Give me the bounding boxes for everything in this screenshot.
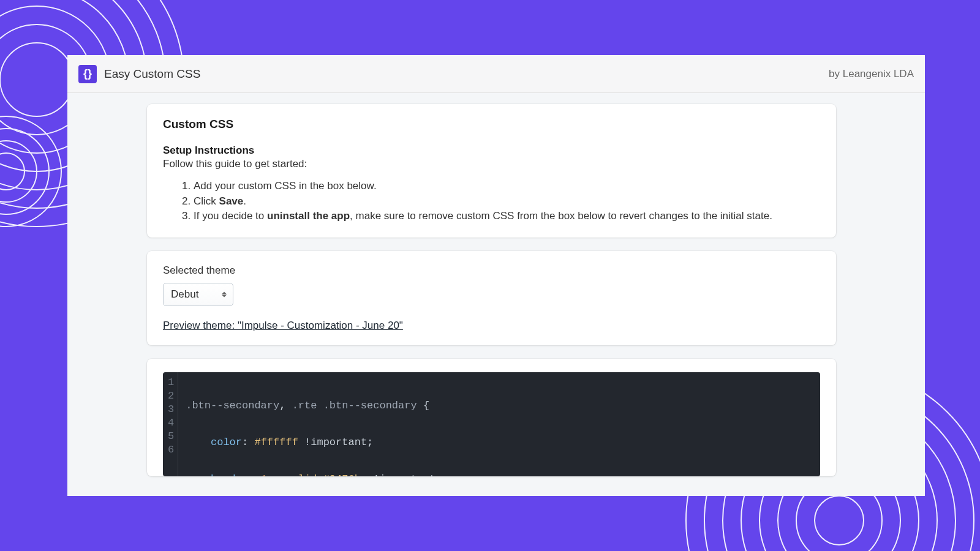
select-caret-icon <box>222 291 227 297</box>
svg-point-0 <box>0 153 24 190</box>
editor-gutter: 1 2 3 4 5 6 <box>163 372 178 476</box>
content-area: Custom CSS Setup Instructions Follow thi… <box>67 93 925 476</box>
theme-select-label: Selected theme <box>163 264 820 277</box>
vendor-label: by Leangenix LDA <box>829 68 914 80</box>
svg-point-3 <box>0 116 61 227</box>
editor-code: .btn--secondary, .rte .btn--secondary { … <box>178 372 449 476</box>
setup-intro: Follow this guide to get started: <box>163 158 820 170</box>
card-title: Custom CSS <box>163 118 820 131</box>
app-logo-icon: {} <box>78 65 97 83</box>
setup-steps: Add your custom CSS in the box below. Cl… <box>163 179 820 224</box>
step-1: Add your custom CSS in the box below. <box>194 179 820 194</box>
app-title: Easy Custom CSS <box>104 67 200 81</box>
svg-point-1 <box>0 141 37 202</box>
theme-select[interactable]: Debut <box>163 283 233 306</box>
preview-theme-link[interactable]: Preview theme: "Impulse - Customization … <box>163 320 403 332</box>
topbar: {} Easy Custom CSS by Leangenix LDA <box>67 55 925 93</box>
code-line-1: .btn--secondary, .rte .btn--secondary { <box>186 399 442 413</box>
instructions-card: Custom CSS Setup Instructions Follow thi… <box>147 104 836 238</box>
setup-heading: Setup Instructions <box>163 144 820 157</box>
code-line-2: color: #ffffff !important; <box>186 436 442 449</box>
css-editor[interactable]: 1 2 3 4 5 6 .btn--secondary, .rte .btn--… <box>163 372 820 476</box>
brand: {} Easy Custom CSS <box>78 65 200 83</box>
step-3: If you decide to uninstall the app, make… <box>194 209 820 224</box>
code-line-3: border: 1px solid #9476bc !important; <box>186 473 442 476</box>
editor-card: 1 2 3 4 5 6 .btn--secondary, .rte .btn--… <box>147 359 836 476</box>
theme-card: Selected theme Debut Preview theme: "Imp… <box>147 251 836 345</box>
svg-point-2 <box>0 129 49 214</box>
step-2: Click Save. <box>194 194 820 209</box>
app-window: {} Easy Custom CSS by Leangenix LDA Cust… <box>67 55 925 496</box>
theme-select-value: Debut <box>171 288 211 301</box>
svg-point-4 <box>0 43 74 116</box>
svg-point-11 <box>815 496 864 545</box>
